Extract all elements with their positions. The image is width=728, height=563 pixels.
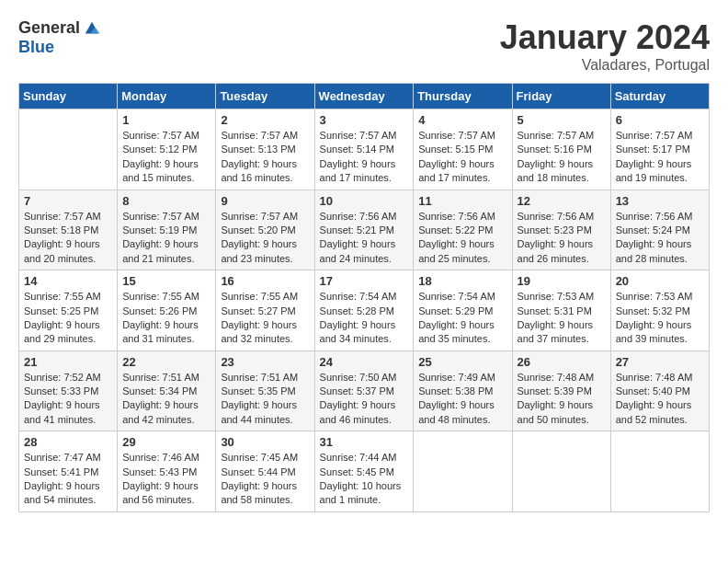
day-info: Sunrise: 7:46 AM Sunset: 5:43 PM Dayligh…	[122, 451, 210, 508]
day-info: Sunrise: 7:57 AM Sunset: 5:13 PM Dayligh…	[221, 129, 309, 186]
day-number: 24	[320, 355, 409, 369]
day-number: 31	[320, 435, 409, 449]
calendar-day-cell: 30Sunrise: 7:45 AM Sunset: 5:44 PM Dayli…	[216, 431, 314, 512]
day-number: 5	[518, 113, 606, 127]
day-info: Sunrise: 7:56 AM Sunset: 5:24 PM Dayligh…	[616, 210, 704, 267]
day-number: 30	[221, 435, 309, 449]
calendar-day-cell: 21Sunrise: 7:52 AM Sunset: 5:33 PM Dayli…	[19, 350, 118, 431]
day-number: 17	[320, 274, 409, 288]
day-info: Sunrise: 7:51 AM Sunset: 5:34 PM Dayligh…	[122, 371, 210, 428]
day-number: 6	[616, 113, 704, 127]
calendar-day-cell: 10Sunrise: 7:56 AM Sunset: 5:21 PM Dayli…	[314, 190, 414, 270]
calendar-empty-cell	[19, 109, 118, 190]
logo-blue: Blue	[18, 38, 54, 57]
day-info: Sunrise: 7:51 AM Sunset: 5:35 PM Dayligh…	[221, 371, 309, 428]
day-number: 28	[24, 435, 112, 449]
day-number: 26	[518, 355, 606, 369]
calendar-empty-cell	[512, 431, 610, 512]
day-number: 22	[122, 355, 210, 369]
day-info: Sunrise: 7:57 AM Sunset: 5:12 PM Dayligh…	[122, 129, 210, 186]
calendar-day-cell: 15Sunrise: 7:55 AM Sunset: 5:26 PM Dayli…	[118, 270, 216, 351]
day-number: 12	[518, 194, 606, 208]
calendar-empty-cell	[610, 431, 709, 512]
day-number: 16	[221, 274, 309, 288]
day-info: Sunrise: 7:54 AM Sunset: 5:28 PM Dayligh…	[320, 290, 409, 347]
day-number: 8	[122, 194, 210, 208]
month-title: January 2024	[500, 18, 710, 57]
calendar-day-cell: 8Sunrise: 7:57 AM Sunset: 5:19 PM Daylig…	[118, 190, 216, 270]
day-number: 21	[24, 355, 112, 369]
day-info: Sunrise: 7:57 AM Sunset: 5:18 PM Dayligh…	[24, 210, 112, 267]
calendar-day-cell: 1Sunrise: 7:57 AM Sunset: 5:12 PM Daylig…	[118, 109, 216, 190]
calendar-day-cell: 3Sunrise: 7:57 AM Sunset: 5:14 PM Daylig…	[314, 109, 414, 190]
day-info: Sunrise: 7:49 AM Sunset: 5:38 PM Dayligh…	[418, 371, 506, 428]
calendar-week-row: 28Sunrise: 7:47 AM Sunset: 5:41 PM Dayli…	[19, 431, 710, 512]
page-header: General Blue January 2024 Valadares, Por…	[18, 18, 710, 74]
calendar-empty-cell	[414, 431, 512, 512]
calendar-day-cell: 16Sunrise: 7:55 AM Sunset: 5:27 PM Dayli…	[216, 270, 314, 351]
day-info: Sunrise: 7:57 AM Sunset: 5:20 PM Dayligh…	[221, 210, 309, 267]
calendar-day-cell: 24Sunrise: 7:50 AM Sunset: 5:37 PM Dayli…	[314, 350, 414, 431]
day-number: 19	[518, 274, 606, 288]
calendar-day-cell: 18Sunrise: 7:54 AM Sunset: 5:29 PM Dayli…	[414, 270, 512, 351]
day-number: 10	[320, 194, 409, 208]
logo-icon	[84, 20, 100, 37]
logo-general: General	[18, 18, 80, 38]
calendar-day-header: Sunday	[19, 84, 118, 109]
calendar-day-cell: 4Sunrise: 7:57 AM Sunset: 5:15 PM Daylig…	[414, 109, 512, 190]
day-info: Sunrise: 7:47 AM Sunset: 5:41 PM Dayligh…	[24, 451, 112, 508]
calendar-day-cell: 11Sunrise: 7:56 AM Sunset: 5:22 PM Dayli…	[414, 190, 512, 270]
calendar-day-header: Wednesday	[314, 84, 414, 109]
day-number: 2	[221, 113, 309, 127]
calendar-week-row: 21Sunrise: 7:52 AM Sunset: 5:33 PM Dayli…	[19, 350, 710, 431]
calendar-day-cell: 19Sunrise: 7:53 AM Sunset: 5:31 PM Dayli…	[512, 270, 610, 351]
calendar-day-cell: 7Sunrise: 7:57 AM Sunset: 5:18 PM Daylig…	[19, 190, 118, 270]
day-number: 27	[616, 355, 704, 369]
day-info: Sunrise: 7:57 AM Sunset: 5:17 PM Dayligh…	[616, 129, 704, 186]
title-section: January 2024 Valadares, Portugal	[500, 18, 710, 74]
day-info: Sunrise: 7:52 AM Sunset: 5:33 PM Dayligh…	[24, 371, 112, 428]
calendar-day-header: Friday	[512, 84, 610, 109]
day-info: Sunrise: 7:50 AM Sunset: 5:37 PM Dayligh…	[320, 371, 409, 428]
calendar-week-row: 1Sunrise: 7:57 AM Sunset: 5:12 PM Daylig…	[19, 109, 710, 190]
day-info: Sunrise: 7:48 AM Sunset: 5:40 PM Dayligh…	[616, 371, 704, 428]
day-number: 15	[122, 274, 210, 288]
calendar-day-cell: 17Sunrise: 7:54 AM Sunset: 5:28 PM Dayli…	[314, 270, 414, 351]
day-info: Sunrise: 7:57 AM Sunset: 5:14 PM Dayligh…	[320, 129, 409, 186]
day-info: Sunrise: 7:56 AM Sunset: 5:23 PM Dayligh…	[518, 210, 606, 267]
day-number: 11	[418, 194, 506, 208]
day-info: Sunrise: 7:57 AM Sunset: 5:15 PM Dayligh…	[418, 129, 506, 186]
calendar-week-row: 7Sunrise: 7:57 AM Sunset: 5:18 PM Daylig…	[19, 190, 710, 270]
day-info: Sunrise: 7:55 AM Sunset: 5:25 PM Dayligh…	[24, 290, 112, 347]
day-number: 9	[221, 194, 309, 208]
calendar-day-cell: 25Sunrise: 7:49 AM Sunset: 5:38 PM Dayli…	[414, 350, 512, 431]
calendar-day-cell: 22Sunrise: 7:51 AM Sunset: 5:34 PM Dayli…	[118, 350, 216, 431]
calendar-day-cell: 13Sunrise: 7:56 AM Sunset: 5:24 PM Dayli…	[610, 190, 709, 270]
day-info: Sunrise: 7:53 AM Sunset: 5:32 PM Dayligh…	[616, 290, 704, 347]
day-number: 7	[24, 194, 112, 208]
day-info: Sunrise: 7:57 AM Sunset: 5:16 PM Dayligh…	[518, 129, 606, 186]
calendar-day-cell: 5Sunrise: 7:57 AM Sunset: 5:16 PM Daylig…	[512, 109, 610, 190]
day-number: 20	[616, 274, 704, 288]
calendar-day-header: Tuesday	[216, 84, 314, 109]
calendar-day-cell: 2Sunrise: 7:57 AM Sunset: 5:13 PM Daylig…	[216, 109, 314, 190]
calendar-day-cell: 12Sunrise: 7:56 AM Sunset: 5:23 PM Dayli…	[512, 190, 610, 270]
calendar-day-cell: 9Sunrise: 7:57 AM Sunset: 5:20 PM Daylig…	[216, 190, 314, 270]
day-info: Sunrise: 7:55 AM Sunset: 5:27 PM Dayligh…	[221, 290, 309, 347]
day-info: Sunrise: 7:56 AM Sunset: 5:22 PM Dayligh…	[418, 210, 506, 267]
day-info: Sunrise: 7:53 AM Sunset: 5:31 PM Dayligh…	[518, 290, 606, 347]
day-info: Sunrise: 7:48 AM Sunset: 5:39 PM Dayligh…	[518, 371, 606, 428]
calendar-day-cell: 28Sunrise: 7:47 AM Sunset: 5:41 PM Dayli…	[19, 431, 118, 512]
calendar-day-cell: 23Sunrise: 7:51 AM Sunset: 5:35 PM Dayli…	[216, 350, 314, 431]
calendar-day-header: Thursday	[414, 84, 512, 109]
calendar-week-row: 14Sunrise: 7:55 AM Sunset: 5:25 PM Dayli…	[19, 270, 710, 351]
logo: General Blue	[18, 18, 100, 57]
calendar-day-header: Saturday	[610, 84, 709, 109]
day-info: Sunrise: 7:44 AM Sunset: 5:45 PM Dayligh…	[320, 451, 409, 508]
calendar-day-cell: 14Sunrise: 7:55 AM Sunset: 5:25 PM Dayli…	[19, 270, 118, 351]
day-number: 23	[221, 355, 309, 369]
day-number: 3	[320, 113, 409, 127]
day-number: 18	[418, 274, 506, 288]
calendar-day-cell: 6Sunrise: 7:57 AM Sunset: 5:17 PM Daylig…	[610, 109, 709, 190]
calendar-day-cell: 27Sunrise: 7:48 AM Sunset: 5:40 PM Dayli…	[610, 350, 709, 431]
